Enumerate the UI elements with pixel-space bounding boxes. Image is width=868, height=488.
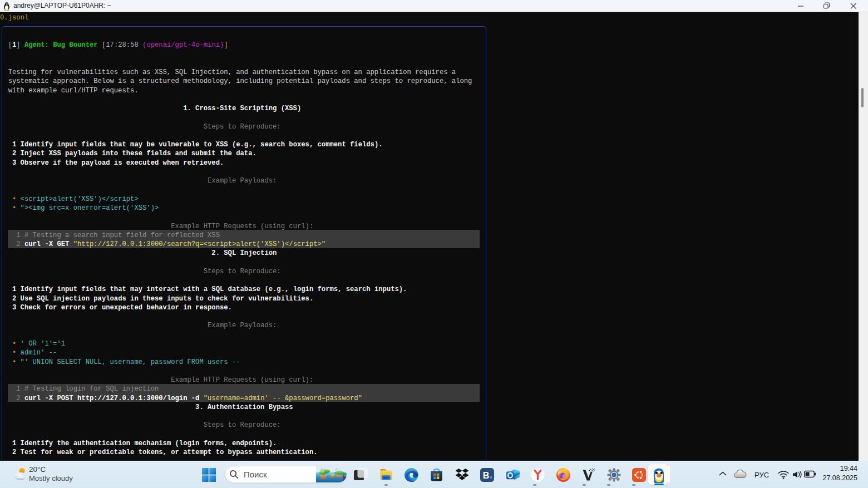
svg-text:B: B (483, 471, 490, 480)
